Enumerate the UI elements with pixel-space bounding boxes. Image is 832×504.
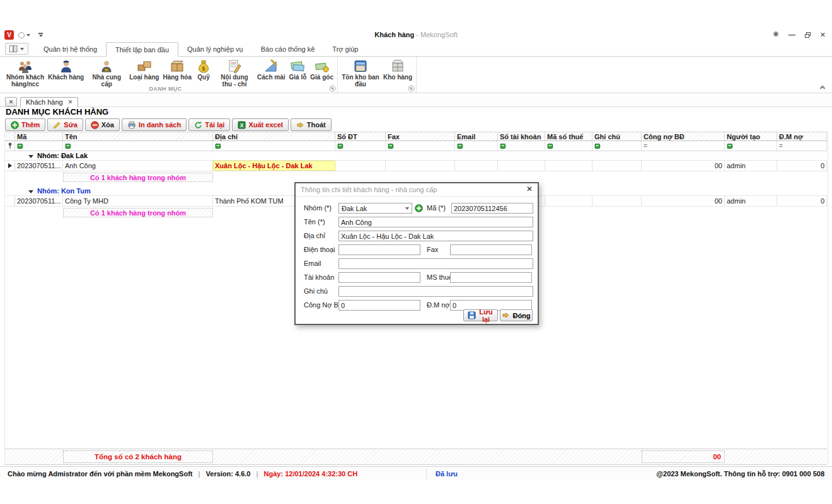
column-header-diachi[interactable]: Địa chỉ xyxy=(213,132,335,140)
ribbon-group-label: DANH MỤC xyxy=(3,86,328,92)
opening-debt-field[interactable] xyxy=(338,300,420,311)
settings-icon[interactable] xyxy=(773,31,779,38)
column-header-email[interactable]: Email xyxy=(455,132,498,140)
ribbon-tab-4[interactable]: Báo cáo thống kê xyxy=(252,43,324,56)
group-launcher-icon[interactable] xyxy=(329,85,336,93)
save-button[interactable]: Lưu lại xyxy=(463,309,498,321)
account-field[interactable] xyxy=(338,272,420,283)
close-icon[interactable]: ✕ xyxy=(820,31,826,38)
reload-button[interactable]: Tải lại xyxy=(188,118,230,131)
column-header-fax[interactable]: Fax xyxy=(386,132,455,140)
group-row[interactable]: Nhóm: Đak Lak xyxy=(5,151,827,161)
column-header-congno[interactable]: Công nợ BĐ xyxy=(642,132,725,140)
minimize-icon[interactable]: — xyxy=(789,31,795,38)
ribbon-tab-2[interactable]: Thiết lập ban đầu xyxy=(106,42,178,57)
ribbon-item[interactable]: Tồn kho ban đầu xyxy=(340,57,381,88)
warehouse-icon xyxy=(390,57,406,74)
column-header-ma[interactable]: Mã xyxy=(15,132,63,140)
exit-icon xyxy=(296,121,304,129)
ribbon-tab-3[interactable]: Quản lý nghiệp vụ xyxy=(178,43,252,56)
action-toolbar: ThêmSửaXóaIn danh sáchTải lạiXXuất excel… xyxy=(5,118,332,131)
name-field[interactable] xyxy=(338,217,533,227)
filter-cell-dmno[interactable]: = xyxy=(777,141,827,151)
ribbon-item[interactable]: Khách hàng xyxy=(46,57,86,81)
dialog-close-button[interactable]: Đóng xyxy=(500,309,533,321)
ribbon-tab-strip: Quản trị hệ thốngThiết lập ban đầuQuản l… xyxy=(0,42,832,57)
column-header-stk[interactable]: Số tài khoản xyxy=(498,132,545,140)
customer-detail-dialog: Thông tin chi tiết khách hàng - nhà cung… xyxy=(294,182,539,325)
address-field[interactable] xyxy=(338,231,533,241)
add-group-icon[interactable] xyxy=(415,204,423,214)
ribbon-item-label: Giá lỗ xyxy=(289,74,307,81)
column-header-nguoitao[interactable]: Người tạo xyxy=(725,132,777,140)
ribbon-item-label: Quỹ xyxy=(197,74,209,81)
ribbon-tab-5[interactable]: Trợ giúp xyxy=(323,43,367,56)
ribbon-item[interactable]: Giá lỗ xyxy=(287,57,309,81)
fax-field[interactable] xyxy=(450,244,532,255)
filter-cell-diachi[interactable] xyxy=(213,141,335,151)
pin-icon[interactable] xyxy=(5,141,15,151)
dialog-titlebar[interactable]: Thông tin chi tiết khách hàng - nhà cung… xyxy=(296,183,538,197)
ribbon-item[interactable]: Kho hàng xyxy=(381,57,414,81)
group-dropdown[interactable]: Đak Lak xyxy=(338,203,412,214)
close-all-tabs-icon[interactable]: ✕ xyxy=(5,97,17,106)
code-field[interactable] xyxy=(451,203,533,214)
cell-mst xyxy=(545,196,592,206)
ribbon: Nhóm khách hàng/nccKhách hàngNhà cung cấ… xyxy=(0,57,832,93)
cell-ten: Anh Công xyxy=(63,161,213,171)
group-launcher-icon[interactable] xyxy=(408,85,415,93)
restore-icon[interactable] xyxy=(805,32,811,38)
add-icon xyxy=(11,121,19,129)
print-list-button[interactable]: In danh sách xyxy=(122,118,187,131)
taxcode-field[interactable] xyxy=(450,272,532,283)
document-tab-khach-hang[interactable]: Khách hàng ✕ xyxy=(20,97,78,107)
collapse-triangle-icon[interactable] xyxy=(28,155,33,158)
filter-cell-nguoitao[interactable] xyxy=(725,141,777,151)
ribbon-item[interactable]: Loại hàng xyxy=(127,57,161,81)
ribbon-item-label: Khách hàng xyxy=(48,74,84,81)
table-row[interactable]: 2023070511...Anh CôngXuân Lộc - Hậu Lộc … xyxy=(5,161,827,171)
ribbon-item[interactable]: Hàng hóa xyxy=(161,57,194,81)
filter-cell-mst[interactable] xyxy=(545,141,592,151)
column-header-dmno[interactable]: Đ.M nợ xyxy=(777,132,827,140)
ribbon-tab-1[interactable]: Quản trị hệ thống xyxy=(35,43,106,56)
note-field[interactable] xyxy=(338,286,533,297)
layout-columns-button[interactable] xyxy=(5,43,28,55)
ribbon-collapse-icon[interactable] xyxy=(821,84,826,89)
ribbon-item[interactable]: Nhóm khách hàng/ncc xyxy=(4,57,46,88)
filter-cell-congno[interactable]: = xyxy=(642,141,725,151)
filter-cell-ghichu[interactable] xyxy=(592,141,642,151)
ribbon-item[interactable]: Nhà cung cấp xyxy=(86,57,127,88)
cell-ghichu xyxy=(592,196,642,206)
cell-dmno: 0 xyxy=(777,161,827,171)
export-excel-button[interactable]: XXuất excel xyxy=(232,118,288,131)
retail-price-icon xyxy=(289,57,306,74)
cell-ma: 2023070511... xyxy=(15,161,63,171)
column-header-mst[interactable]: Mã số thuế xyxy=(545,132,592,140)
column-header-ghichu[interactable]: Ghi chú xyxy=(592,132,642,140)
ribbon-item[interactable]: Cách mài xyxy=(255,57,287,81)
dialog-close-icon[interactable]: ✕ xyxy=(526,185,533,193)
saved-status: Đã lưu xyxy=(426,469,458,478)
filter-cell-sodt[interactable] xyxy=(335,141,386,151)
filter-cell-stk[interactable] xyxy=(498,141,545,151)
page-title: DANH MỤC KHÁCH HÀNG xyxy=(6,107,108,117)
ribbon-item[interactable]: Nội dung thu - chi xyxy=(214,57,255,88)
column-header-sodt[interactable]: Số ĐT xyxy=(335,132,386,140)
email-field[interactable] xyxy=(338,258,533,269)
ribbon-item[interactable]: Giá góc xyxy=(308,57,335,81)
tab-close-icon[interactable]: ✕ xyxy=(68,99,73,105)
delete-button[interactable]: Xóa xyxy=(85,118,120,131)
filter-cell-ma[interactable] xyxy=(15,141,63,151)
exit-button[interactable]: Thoát xyxy=(291,118,332,131)
collapse-triangle-icon[interactable] xyxy=(28,190,33,193)
add-button[interactable]: Thêm xyxy=(5,118,45,131)
save-icon xyxy=(468,311,476,319)
filter-cell-fax[interactable] xyxy=(386,141,455,151)
filter-cell-ten[interactable] xyxy=(63,141,213,151)
column-header-ten[interactable]: Tên xyxy=(63,132,213,140)
ribbon-item[interactable]: $Quỹ xyxy=(194,57,214,81)
phone-field[interactable] xyxy=(338,244,420,255)
filter-cell-email[interactable] xyxy=(455,141,498,151)
edit-button[interactable]: Sửa xyxy=(47,118,83,131)
